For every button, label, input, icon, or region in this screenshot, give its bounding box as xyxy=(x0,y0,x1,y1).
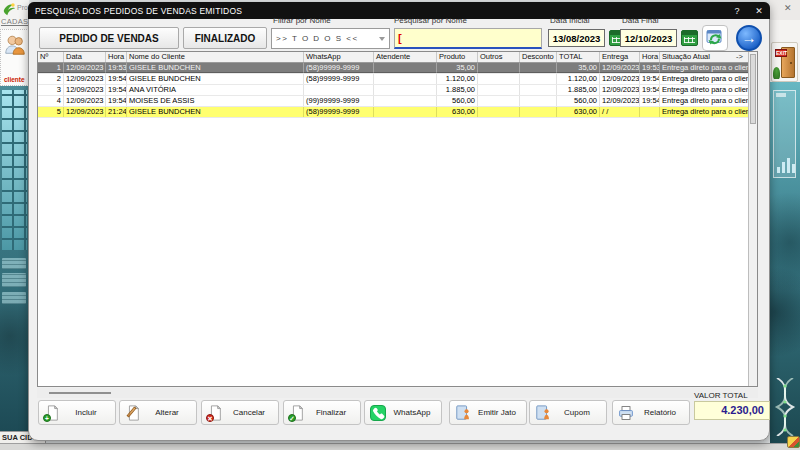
scrollbar-thumb[interactable] xyxy=(49,392,111,394)
whatsapp-icon xyxy=(370,405,386,421)
scrollbar-thumb[interactable] xyxy=(750,54,756,124)
plant-icon xyxy=(773,67,780,79)
table-cell-produto: 1.885,00 xyxy=(437,85,478,95)
background-close-icon[interactable]: ✕ xyxy=(784,3,792,13)
exit-door-button[interactable]: EXIT xyxy=(771,42,798,82)
tab-pedido-de-vendas[interactable]: PEDIDO DE VENDAS xyxy=(39,27,179,49)
dialog-title: PESQUISA DOS PEDIDOS DE VENDAS EMITIDOS xyxy=(35,6,726,16)
action-emitir-jato[interactable]: Emitir Jato xyxy=(449,400,527,425)
chart-decor xyxy=(773,90,796,178)
tab-finalizado[interactable]: FINALIZADO xyxy=(183,27,267,49)
table-cell-total: 1.885,00 xyxy=(557,85,600,95)
vertical-scrollbar[interactable] xyxy=(748,52,757,386)
column-header[interactable]: Hora xyxy=(106,52,127,62)
table-row[interactable]: 212/09/202319:54GISELE BUNDCHEN(58)99999… xyxy=(38,74,757,85)
action-label: Alterar xyxy=(140,401,194,424)
doc-pencil-icon xyxy=(125,405,141,421)
column-header[interactable]: Data xyxy=(64,52,106,62)
column-header[interactable]: TOTAL xyxy=(557,52,600,62)
table-row[interactable]: 512/09/202321:24GISELE BUNDCHEN(58)99999… xyxy=(38,107,757,118)
chevron-down-icon xyxy=(379,37,385,41)
table-cell-data: 12/09/2023 xyxy=(64,96,106,106)
table-cell-desconto xyxy=(520,96,557,106)
screen: Pro CADAS cliente SUA CID ✕ xyxy=(0,0,800,450)
table-cell-data: 12/09/2023 xyxy=(64,74,106,84)
filter-name-value: >> T O D O S << xyxy=(276,34,359,43)
calendar-icon[interactable] xyxy=(681,30,698,46)
table-cell-produto: 560,00 xyxy=(437,96,478,106)
table-cell-desconto xyxy=(520,63,557,73)
search-input[interactable]: [ xyxy=(394,28,542,49)
background-panel-decor xyxy=(2,292,26,304)
date-start-field[interactable]: 13/08/2023 xyxy=(548,29,605,47)
action-alterar[interactable]: Alterar xyxy=(119,400,197,425)
column-header[interactable]: Outros xyxy=(478,52,520,62)
column-header[interactable]: Desconto xyxy=(520,52,557,62)
column-header[interactable]: Nome do Cliente xyxy=(127,52,304,62)
table-cell-entrega: 12/09/2023 xyxy=(600,96,640,106)
column-header[interactable]: Atendente xyxy=(374,52,437,62)
table-cell-atendente xyxy=(374,96,437,106)
action-incluir[interactable]: +Incluir xyxy=(38,400,116,425)
column-header[interactable]: Entrega xyxy=(600,52,640,62)
table-row[interactable]: 412/09/202319:54MOISES DE ASSIS(99)99999… xyxy=(38,96,757,107)
help-icon[interactable]: ? xyxy=(726,6,748,16)
background-titlebar-right: ✕ xyxy=(770,0,800,20)
table-cell-n: 5 xyxy=(38,107,64,117)
background-teal-left xyxy=(0,86,29,431)
table-cell-nome: GISELE BUNDCHEN xyxy=(127,63,304,73)
table-cell-situacao: Entrega direto para o cliente xyxy=(660,96,750,106)
menu-item-cadastro[interactable]: CADAS xyxy=(1,17,28,26)
search-by-name-label: Pesquisar por Nome xyxy=(394,16,467,25)
column-header[interactable]: Produto xyxy=(437,52,478,62)
table-cell-total: 630,00 xyxy=(557,107,600,117)
table-cell-hora2: 19:54 xyxy=(640,74,660,84)
close-icon[interactable]: ✕ xyxy=(748,6,770,16)
table-cell-total: 1.120,00 xyxy=(557,74,600,84)
exit-sign: EXIT xyxy=(775,49,787,57)
table-cell-situacao: Entrega direto para o cliente xyxy=(660,63,750,73)
table-cell-atendente xyxy=(374,85,437,95)
horizontal-scrollbar[interactable] xyxy=(37,388,758,398)
table-cell-outros xyxy=(478,74,520,84)
refresh-button[interactable] xyxy=(702,25,728,51)
action-label: Cancelar xyxy=(222,401,276,424)
action-finalizar[interactable]: ✓Finalizar xyxy=(283,400,361,425)
taskbar-corner-icon[interactable] xyxy=(787,436,800,448)
table-cell-outros xyxy=(478,96,520,106)
column-header[interactable]: Nº xyxy=(38,52,64,62)
pedidos-dialog: PESQUISA DOS PEDIDOS DE VENDAS EMITIDOS … xyxy=(28,2,770,441)
table-cell-hora2: 19:54 xyxy=(640,96,660,106)
action-cupom[interactable]: Cupom xyxy=(529,400,607,425)
table-cell-nome: GISELE BUNDCHEN xyxy=(127,74,304,84)
background-teal-right xyxy=(770,82,800,443)
table-cell-hora2 xyxy=(640,107,660,117)
action-whatsapp[interactable]: WhatsApp xyxy=(364,400,442,425)
table-cell-n: 1 xyxy=(38,63,64,73)
table-cell-situacao: Entrega direto para o cliente xyxy=(660,85,750,95)
table-row[interactable]: 312/09/202319:54ANA VITÓRIA1.885,001.885… xyxy=(38,85,757,96)
table-cell-outros xyxy=(478,63,520,73)
table-row[interactable]: 112/09/202319:53GISELE BUNDCHEN(58)99999… xyxy=(38,63,757,74)
person-doc-icon xyxy=(455,405,471,421)
action-label: Emitir Jato xyxy=(470,401,524,424)
column-header[interactable]: WhatsApp xyxy=(304,52,374,62)
table-cell-hora: 19:54 xyxy=(106,85,127,95)
column-header[interactable]: Hora xyxy=(640,52,660,62)
table-cell-data: 12/09/2023 xyxy=(64,107,106,117)
table-cell-desconto xyxy=(520,74,557,84)
table-cell-n: 3 xyxy=(38,85,64,95)
go-arrow-button[interactable]: → xyxy=(736,25,762,51)
app-logo-icon xyxy=(2,2,16,16)
table-cell-produto: 35,00 xyxy=(437,63,478,73)
table-cell-hora: 19:54 xyxy=(106,96,127,106)
sidebar-button-cliente[interactable]: cliente xyxy=(0,29,29,86)
clients-people-icon xyxy=(3,33,27,57)
background-app-left: Pro CADAS cliente xyxy=(0,0,29,450)
action-cancelar[interactable]: ✕Cancelar xyxy=(201,400,279,425)
action-relatório[interactable]: Relatório xyxy=(612,400,690,425)
table-cell-whatsapp: (58)99999-9999 xyxy=(304,107,374,117)
date-end-field[interactable]: 12/10/2023 xyxy=(620,29,677,47)
table-cell-whatsapp: (99)99999-9999 xyxy=(304,96,374,106)
filter-name-select[interactable]: >> T O D O S << xyxy=(271,28,390,49)
